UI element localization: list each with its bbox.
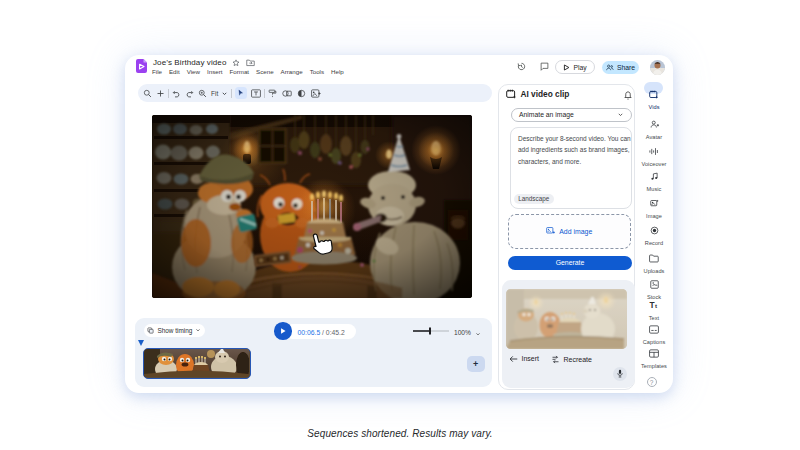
svg-text:T: T <box>649 300 654 310</box>
svg-text:t: t <box>654 302 656 309</box>
